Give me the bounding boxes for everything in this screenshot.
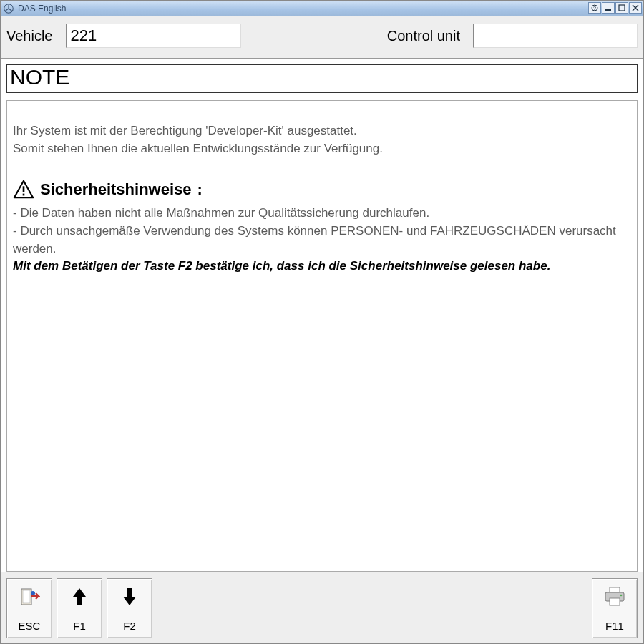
exit-door-icon [19, 585, 40, 609]
f11-label: F11 [605, 620, 624, 632]
esc-button[interactable]: ESC [6, 578, 52, 638]
svg-rect-12 [610, 598, 620, 605]
content-line-1: Ihr System ist mit der Berechtigung 'Dev… [13, 122, 631, 140]
f1-button[interactable]: F1 [57, 578, 102, 638]
safety-heading-colon: : [197, 180, 203, 199]
function-key-bar: ESC F1 F2 [1, 572, 643, 643]
svg-rect-3 [605, 9, 611, 11]
svg-rect-8 [23, 590, 30, 603]
esc-label: ESC [19, 620, 41, 632]
content-panel: Ihr System ist mit der Berechtigung 'Dev… [6, 100, 638, 572]
f2-button[interactable]: F2 [107, 578, 152, 638]
svg-rect-5 [23, 187, 25, 192]
f11-button[interactable]: F11 [592, 578, 638, 638]
control-unit-label: Control unit [387, 28, 460, 44]
svg-text:?: ? [593, 6, 596, 11]
window-controls: ? [588, 2, 642, 14]
warning-icon [13, 179, 34, 200]
app-window: DAS English ? Vehicle 221 Control unit [0, 0, 644, 644]
printer-icon [602, 585, 627, 609]
f2-label: F2 [123, 620, 136, 632]
app-mercedes-icon [4, 4, 14, 14]
svg-rect-6 [23, 194, 25, 196]
maximize-button[interactable] [615, 2, 628, 14]
vehicle-label: Vehicle [6, 28, 53, 44]
f1-label: F1 [73, 620, 86, 632]
note-heading-bar: NOTE [6, 64, 638, 93]
window-title: DAS English [18, 4, 66, 14]
arrow-up-icon [72, 585, 87, 609]
control-unit-field[interactable] [473, 24, 638, 48]
minimize-button[interactable] [602, 2, 615, 14]
content-line-2: Somit stehen Ihnen die aktuellen Entwick… [13, 140, 631, 158]
safety-bullet-list: - Die Daten haben nicht alle Maßnahmen z… [13, 205, 631, 258]
svg-point-13 [620, 594, 623, 596]
safety-heading-text: Sicherheitshinweise [40, 180, 192, 199]
note-heading-text: NOTE [10, 65, 69, 89]
safety-bullet-2: - Durch unsachgemäße Verwendung des Syst… [13, 223, 631, 258]
arrow-down-icon [122, 585, 137, 609]
vehicle-field[interactable]: 221 [66, 24, 241, 48]
confirm-line: Mit dem Betätigen der Taste F2 bestätige… [13, 258, 631, 275]
safety-heading: Sicherheitshinweise : [13, 179, 631, 200]
safety-bullet-1: - Die Daten haben nicht alle Maßnahmen z… [13, 205, 631, 223]
svg-rect-4 [619, 5, 625, 11]
header-field-row: Vehicle 221 Control unit [1, 16, 643, 59]
titlebar: DAS English ? [1, 1, 643, 16]
help-button[interactable]: ? [588, 2, 601, 14]
close-button[interactable] [629, 2, 642, 14]
svg-point-9 [31, 591, 35, 595]
vehicle-value: 221 [71, 26, 97, 45]
